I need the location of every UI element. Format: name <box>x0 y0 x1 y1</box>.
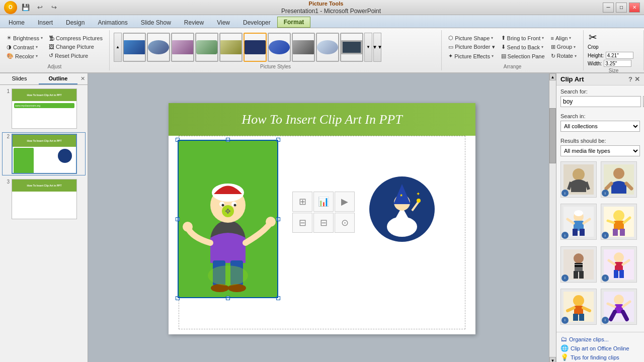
clipart-title: Clip Art <box>560 75 584 83</box>
slide-thumb-1[interactable]: 1 How To Insert Clip Art in PPT www.mycl… <box>2 87 86 130</box>
style-thumb-5[interactable] <box>219 33 243 62</box>
insert-smartart-icon[interactable]: ▶ <box>335 192 355 212</box>
insert-picture-icon[interactable]: ⊟ <box>292 213 312 233</box>
clipart-item-3[interactable]: i <box>560 204 597 240</box>
contrast-button[interactable]: ◑ Contrast ▾ <box>4 43 45 51</box>
bring-to-front-button[interactable]: ⬆ Bring to Front ▾ <box>499 34 547 42</box>
styles-expand[interactable]: ▼▼ <box>373 33 381 62</box>
handle-tr[interactable] <box>276 138 280 142</box>
redo-button[interactable]: ↪ <box>48 2 59 13</box>
slide-vscroll[interactable]: ▲ ▼ <box>549 73 556 362</box>
compress-button[interactable]: 🗜 Compress Pictures <box>46 34 105 42</box>
tab-format[interactable]: Format <box>277 17 311 28</box>
insert-media-icon[interactable]: ⊙ <box>335 213 355 233</box>
picture-effects-button[interactable]: ✦ Picture Effects ▾ <box>446 52 497 60</box>
clipart-item-8[interactable]: i <box>601 289 637 325</box>
organize-clips-link[interactable]: 🗂 Organize clips... <box>560 335 640 343</box>
style-thumb-8[interactable] <box>292 33 315 62</box>
handle-mr[interactable] <box>276 217 280 221</box>
search-input[interactable] <box>560 96 641 107</box>
svg-rect-29 <box>573 229 578 236</box>
tab-developer[interactable]: Developer <box>236 17 277 28</box>
tab-home[interactable]: Home <box>2 17 31 28</box>
search-in-select[interactable]: All collections <box>560 121 640 132</box>
clipart-help[interactable]: ? <box>628 75 632 83</box>
search-in-label: Search in: <box>560 113 640 119</box>
move-handle[interactable]: ✥ <box>222 205 234 217</box>
minimize-button[interactable]: ─ <box>603 3 614 13</box>
clipart-item-5[interactable]: i <box>560 246 597 283</box>
svg-point-38 <box>574 253 584 263</box>
height-input[interactable] <box>606 52 633 59</box>
svg-rect-34 <box>614 221 624 230</box>
office-orb[interactable]: O <box>4 1 17 14</box>
tab-design[interactable]: Design <box>59 17 91 28</box>
outline-tab[interactable]: Outline <box>39 73 77 84</box>
tab-slideshow[interactable]: Slide Show <box>134 17 178 28</box>
send-to-back-button[interactable]: ⬇ Send to Back ▾ <box>499 43 547 51</box>
rotate-button[interactable]: ↻ Rotate ▾ <box>548 52 579 60</box>
svg-point-23 <box>573 168 585 180</box>
styles-scroll-up[interactable]: ▲ <box>114 33 122 62</box>
style-thumb-2[interactable] <box>147 33 170 62</box>
svg-line-5 <box>412 202 419 211</box>
handle-br[interactable] <box>276 296 280 300</box>
office-online-link[interactable]: 🌐 Clip art on Office Online <box>560 344 640 352</box>
styles-scroll-down[interactable]: ▼ <box>364 33 372 62</box>
insert-clipart-icon[interactable]: ⊟ <box>313 213 334 233</box>
style-thumb-1[interactable] <box>123 33 146 62</box>
slide-thumb-3[interactable]: 3 How To Insert Clip Art in PPT <box>2 177 86 221</box>
style-thumb-7[interactable] <box>268 33 291 62</box>
style-thumb-6[interactable] <box>244 33 267 62</box>
undo-button[interactable]: ↩ <box>34 2 45 13</box>
maximize-button[interactable]: □ <box>616 3 627 13</box>
handle-tc[interactable] <box>226 138 230 142</box>
style-thumb-4[interactable] <box>195 33 218 62</box>
handle-tl[interactable] <box>176 138 180 142</box>
slide-editing-area[interactable]: How To Insert Clip Art In PPT • Click to… <box>88 73 556 362</box>
reset-picture-button[interactable]: ↺ Reset Picture <box>46 51 105 60</box>
slides-tab[interactable]: Slides <box>0 73 39 84</box>
change-picture-button[interactable]: 🖼 Change Picture <box>46 43 105 51</box>
picture-shape-button[interactable]: ⬡ Picture Shape ▾ <box>446 34 497 42</box>
group-button[interactable]: ⊞ Group ▾ <box>548 43 579 51</box>
selected-picture-container[interactable]: ✥ <box>178 140 278 298</box>
clipart-item-1[interactable]: i <box>560 161 597 198</box>
insert-chart-icon[interactable]: 📊 <box>313 192 334 212</box>
recolor-button[interactable]: 🎨 Recolor ▾ <box>4 52 45 60</box>
handle-ml[interactable] <box>176 217 180 221</box>
clipart-item-4[interactable]: i <box>601 204 637 240</box>
scroll-thumb[interactable] <box>549 108 556 163</box>
slide-thumb-2[interactable]: 2 How To Insert Clip Art in PPT <box>2 132 86 175</box>
picture-border-button[interactable]: ▭ Picture Border ▾ <box>446 43 497 51</box>
insert-table-icon[interactable]: ⊞ <box>292 192 312 212</box>
results-select[interactable]: All media file types <box>560 145 640 156</box>
tab-view[interactable]: View <box>210 17 236 28</box>
save-button[interactable]: 💾 <box>20 2 31 13</box>
close-button[interactable]: ✕ <box>629 3 640 13</box>
sidebar-close[interactable]: ✕ <box>78 74 87 82</box>
arrange-col2: ⬆ Bring to Front ▾ ⬇ Send to Back ▾ ▤ Se… <box>499 34 547 60</box>
style-thumb-9[interactable] <box>316 33 339 62</box>
selection-pane-button[interactable]: ▤ Selection Pane <box>499 52 547 60</box>
bring-front-icon: ⬆ <box>501 35 506 41</box>
scroll-down-btn[interactable]: ▼ <box>549 357 556 362</box>
style-thumb-10[interactable] <box>340 33 363 62</box>
clipart-badge-7: i <box>561 317 569 324</box>
clipart-item-6[interactable]: i <box>601 246 637 283</box>
scroll-up-btn[interactable]: ▲ <box>549 73 556 80</box>
handle-bl[interactable] <box>176 296 180 300</box>
tab-insert[interactable]: Insert <box>31 17 59 28</box>
tab-review[interactable]: Review <box>178 17 210 28</box>
tab-animations[interactable]: Animations <box>91 17 134 28</box>
tips-link[interactable]: 💡 Tips for finding clips <box>560 353 640 361</box>
align-button[interactable]: ≡ Align ▾ <box>548 34 579 42</box>
clipart-close[interactable]: ✕ <box>634 75 640 83</box>
clipart-item-2[interactable]: i <box>601 161 637 198</box>
style-thumb-3[interactable] <box>171 33 194 62</box>
svg-point-19 <box>183 222 193 232</box>
brightness-button[interactable]: ☀ Brightness ▾ <box>4 34 45 42</box>
clipart-item-7[interactable]: i <box>560 289 597 325</box>
width-input[interactable] <box>604 60 631 67</box>
handle-bc[interactable] <box>226 296 230 300</box>
